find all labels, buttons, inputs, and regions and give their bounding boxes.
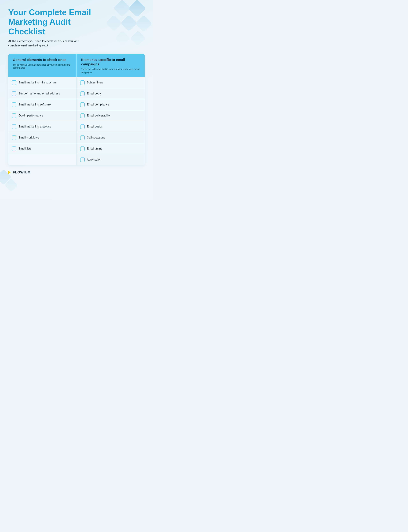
table-row: Email marketing analytics Email design xyxy=(8,121,145,132)
left-cell-empty xyxy=(8,154,77,165)
table-row: Sender name and email address Email copy xyxy=(8,88,145,99)
diamond-shape xyxy=(128,0,146,18)
item-label: Email timing xyxy=(87,147,102,151)
left-cell: Email lists xyxy=(8,143,77,154)
left-column-header: General elements to check once These wil… xyxy=(8,54,77,77)
logo-section: FLOWIUM xyxy=(8,170,145,174)
item-label: Email design xyxy=(87,125,103,128)
item-label: Call-to-actions xyxy=(87,136,105,140)
item-label: Opt-in performance xyxy=(18,114,43,117)
item-label: Email workflows xyxy=(18,136,39,140)
diamond-shape xyxy=(115,30,130,46)
diamond-shape xyxy=(106,15,122,31)
table-row: Email marketing software Email complianc… xyxy=(8,99,145,110)
logo-icon xyxy=(8,171,11,174)
table-header-row: General elements to check once These wil… xyxy=(8,54,145,77)
checkbox-email-software[interactable] xyxy=(12,102,16,107)
right-cell: Email deliverability xyxy=(77,110,145,121)
checkbox-email-lists[interactable] xyxy=(12,146,16,151)
table-row: Email workflows Call-to-actions xyxy=(8,132,145,143)
right-cell: Call-to-actions xyxy=(77,132,145,143)
checkbox-subject-lines[interactable] xyxy=(80,80,85,85)
page-subtitle: All the elements you need to check for a… xyxy=(8,39,91,48)
table-row: Automation xyxy=(8,154,145,165)
left-cell: Email marketing analytics xyxy=(8,121,77,132)
checkbox-email-copy[interactable] xyxy=(80,91,85,96)
item-label: Email lists xyxy=(18,147,31,151)
diamond-shape xyxy=(135,15,152,32)
right-column-header-subtitle: These are to be checked in over or under… xyxy=(81,68,140,74)
item-label: Email marketing infrastructure xyxy=(18,81,57,84)
checkbox-infrastructure[interactable] xyxy=(12,80,16,85)
item-label: Email deliverability xyxy=(87,114,110,117)
checkbox-opt-in[interactable] xyxy=(12,114,16,118)
diamond-shape xyxy=(4,178,18,192)
left-cell: Email marketing software xyxy=(8,99,77,110)
right-cell: Email copy xyxy=(77,88,145,99)
decorative-diamonds-top xyxy=(108,0,153,42)
left-column-header-subtitle: These will give you a general idea of yo… xyxy=(13,63,72,70)
flowium-triangle-icon xyxy=(8,171,10,174)
diamond-shape xyxy=(130,30,146,46)
item-label: Subject lines xyxy=(87,81,103,84)
table-row: Email lists Email timing xyxy=(8,143,145,154)
right-cell: Email timing xyxy=(77,143,145,154)
item-label: Email copy xyxy=(87,92,101,95)
checkbox-email-timing[interactable] xyxy=(80,146,85,151)
right-column-header-title: Elements specific to email campaigns xyxy=(81,58,140,66)
logo-text: FLOWIUM xyxy=(13,170,31,174)
left-cell: Opt-in performance xyxy=(8,110,77,121)
checkbox-sender-name[interactable] xyxy=(12,91,16,96)
table-row: Email marketing infrastructure Subject l… xyxy=(8,77,145,88)
checkbox-email-deliverability[interactable] xyxy=(80,114,85,118)
checkbox-email-workflows[interactable] xyxy=(12,135,16,140)
checkbox-email-analytics[interactable] xyxy=(12,124,16,129)
right-column-header: Elements specific to email campaigns The… xyxy=(77,54,145,77)
diamond-shape xyxy=(120,15,137,32)
table-row: Opt-in performance Email deliverability xyxy=(8,110,145,121)
right-cell: Email compliance xyxy=(77,99,145,110)
checkbox-email-compliance[interactable] xyxy=(80,102,85,107)
checklist-table: General elements to check once These wil… xyxy=(8,54,145,165)
checkbox-email-design[interactable] xyxy=(80,124,85,129)
item-label: Email compliance xyxy=(87,103,109,106)
left-cell: Sender name and email address xyxy=(8,88,77,99)
item-label: Email marketing analytics xyxy=(18,125,51,128)
left-column-header-title: General elements to check once xyxy=(13,58,72,62)
page-wrapper: Your Complete Email Marketing Audit Chec… xyxy=(0,0,153,199)
right-cell: Subject lines xyxy=(77,77,145,88)
right-cell: Email design xyxy=(77,121,145,132)
checkbox-automation[interactable] xyxy=(80,158,85,162)
right-cell: Automation xyxy=(77,154,145,165)
checkbox-cta[interactable] xyxy=(80,135,85,140)
page-title: Your Complete Email Marketing Audit Chec… xyxy=(8,8,98,36)
left-cell: Email workflows xyxy=(8,132,77,143)
item-label: Sender name and email address xyxy=(18,92,60,95)
left-cell: Email marketing infrastructure xyxy=(8,77,77,88)
item-label: Automation xyxy=(87,158,101,161)
diamond-shape xyxy=(113,0,131,17)
item-label: Email marketing software xyxy=(18,103,51,106)
